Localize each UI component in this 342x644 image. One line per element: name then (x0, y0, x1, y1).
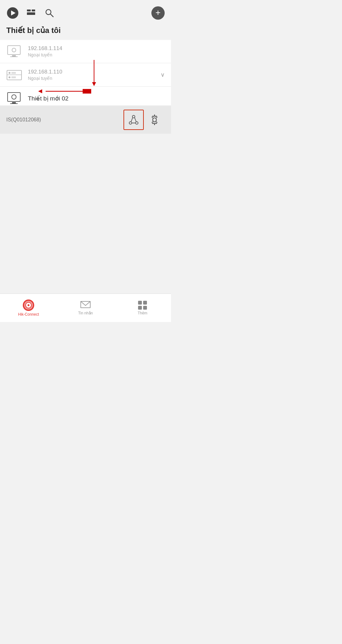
action-buttons-container (124, 110, 165, 130)
device-name: Thiết bị mới 02 (28, 95, 165, 102)
svg-point-10 (9, 76, 10, 78)
add-button[interactable]: + (151, 6, 165, 20)
grid-cell (32, 10, 35, 11)
more-icon (138, 301, 147, 310)
bottom-nav: Hik-Connect Tin nhắn Thêm (0, 293, 171, 322)
play-button[interactable] (6, 7, 19, 19)
message-icon (80, 301, 91, 310)
device-item[interactable]: 192.168.1.110 Ngoại tuyến ∨ (0, 63, 171, 86)
add-icon: + (155, 8, 161, 17)
svg-rect-14 (12, 102, 16, 103)
svg-rect-5 (10, 56, 18, 57)
grid-cell (27, 12, 35, 15)
device-icon (6, 44, 23, 58)
more-sq (138, 306, 142, 310)
network-button[interactable] (124, 110, 144, 130)
nav-item-label: Hik-Connect (18, 312, 39, 317)
device-list: 192.168.1.114 Ngoại tuyến 192.168.1.110 … (0, 40, 171, 134)
svg-rect-4 (12, 55, 16, 56)
svg-point-16 (132, 115, 135, 118)
nav-item-hik-connect[interactable]: Hik-Connect (0, 299, 57, 317)
device-item-expanded[interactable]: Thiết bị mới 02 (0, 87, 171, 105)
search-button[interactable] (43, 7, 56, 19)
device-icon (6, 91, 23, 105)
toolbar-left (6, 7, 56, 19)
search-icon (45, 9, 54, 17)
more-sq (143, 301, 147, 305)
device-status: Ngoại tuyến (28, 52, 165, 57)
gear-icon (149, 114, 160, 126)
hik-connect-ring (24, 301, 33, 310)
svg-point-8 (9, 72, 10, 74)
svg-line-20 (135, 118, 136, 122)
nav-item-label: Tin nhắn (78, 311, 93, 315)
toolbar-right: + (151, 6, 165, 20)
play-triangle (11, 10, 16, 16)
device-ip: 192.168.1.110 (28, 69, 161, 75)
device-serial: IS(Q01012068) (6, 117, 124, 123)
svg-point-13 (12, 95, 16, 99)
grid-icon (27, 10, 35, 16)
layout-button[interactable] (25, 7, 37, 19)
svg-rect-2 (8, 46, 20, 55)
device-ip: 192.168.1.114 (28, 45, 165, 52)
camera-monitor-icon (6, 91, 23, 105)
more-sq (138, 301, 142, 305)
play-icon (7, 7, 18, 19)
svg-line-1 (50, 14, 53, 17)
svg-rect-6 (7, 70, 22, 80)
device-item[interactable]: 192.168.1.114 Ngoại tuyến (0, 40, 171, 63)
device-info: 192.168.1.114 Ngoại tuyến (28, 45, 165, 57)
svg-point-18 (136, 122, 138, 124)
nav-item-more[interactable]: Thêm (114, 301, 171, 315)
device-info: 192.168.1.110 Ngoại tuyến (28, 69, 161, 81)
svg-rect-15 (10, 103, 18, 104)
svg-rect-11 (11, 76, 16, 78)
device-info: Thiết bị mới 02 (28, 95, 165, 102)
settings-button[interactable] (144, 110, 165, 130)
grid-cell (27, 10, 31, 11)
device-expanded-row: IS(Q01012068) (0, 106, 171, 134)
svg-rect-9 (11, 72, 16, 74)
network-icon (128, 114, 139, 126)
nav-item-messages[interactable]: Tin nhắn (57, 301, 114, 315)
chevron-down-icon: ∨ (161, 71, 165, 78)
svg-point-3 (12, 48, 16, 52)
nav-item-label: Thêm (138, 311, 148, 315)
more-sq (143, 306, 147, 310)
page-title: Thiết bị của tôi (0, 23, 171, 40)
hik-connect-icon (23, 299, 34, 311)
device-icon (6, 68, 23, 82)
device-status: Ngoại tuyến (28, 76, 161, 81)
camera-monitor-icon (6, 44, 23, 58)
svg-rect-12 (8, 93, 20, 101)
svg-point-17 (129, 122, 132, 124)
toolbar: + (0, 0, 171, 23)
svg-line-19 (131, 118, 133, 122)
dvr-icon (6, 68, 23, 82)
